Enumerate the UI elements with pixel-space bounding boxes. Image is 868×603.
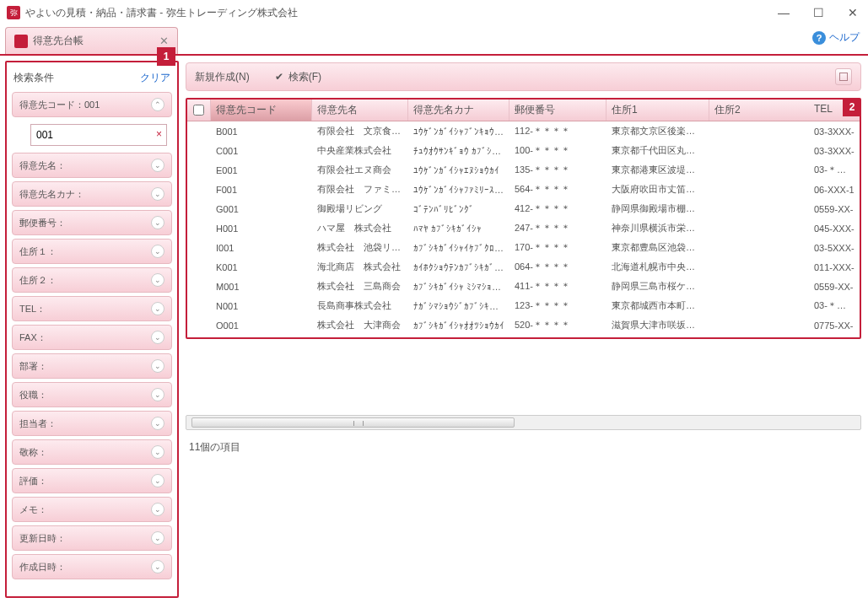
- chevron-down-icon[interactable]: [151, 273, 164, 287]
- chevron-down-icon[interactable]: [151, 159, 164, 172]
- table-row[interactable]: M001株式会社 三島商会ｶﾌﾞｼｷｶﾞｲｼｬ ﾐｼﾏｼｮ…411-＊＊＊＊静岡…: [187, 277, 860, 296]
- table-row[interactable]: I001株式会社 池袋リ…ｶﾌﾞｼｷｶﾞｲｼｬｲｹﾌﾞｸﾛ…170-＊＊＊＊東京…: [187, 238, 860, 257]
- cell-kana: ｶｲﾎｸｼｮｳﾃﾝｶﾌﾞｼｷｶﾞ…: [408, 262, 509, 272]
- close-button[interactable]: ✕: [844, 6, 861, 19]
- clear-button[interactable]: クリア: [140, 71, 170, 85]
- cell-name: 株式会社 三島商会: [312, 280, 408, 293]
- cell-tel: 03-5XXX-: [809, 243, 860, 253]
- table-row[interactable]: C001中央産業株式会社ﾁｭｳｵｳｻﾝｷﾞｮｳ ｶﾌﾞｼ…100-＊＊＊＊東京都…: [187, 141, 860, 160]
- field-label: 作成日時：: [19, 561, 66, 573]
- search-check-icon: ✔: [275, 71, 283, 83]
- col-addr1[interactable]: 住所1: [607, 100, 709, 121]
- table-row[interactable]: N001長島商事株式会社ﾅｶﾞｼﾏｼｮｳｼﾞｶﾌﾞｼｷ…123-＊＊＊＊東京都城…: [187, 296, 860, 315]
- chevron-up-icon[interactable]: [151, 98, 164, 111]
- col-addr2[interactable]: 住所2: [709, 100, 809, 121]
- grid-settings-button[interactable]: [835, 68, 852, 85]
- cell-kana: ｶﾌﾞｼｷｶﾞｲｼｬｲｹﾌﾞｸﾛ…: [408, 243, 509, 253]
- chevron-down-icon[interactable]: [151, 503, 164, 516]
- table-row[interactable]: F001有限会社 ファミ…ﾕｳｹﾞﾝｶﾞｲｼｬﾌｧﾐﾘｰｽ…564-＊＊＊＊大阪…: [187, 180, 860, 199]
- field-4[interactable]: 住所２：: [12, 267, 172, 293]
- cell-kana: ｶﾌﾞｼｷｶﾞｲｼｬｵｵﾂｼｮｳｶｲ: [408, 320, 509, 331]
- field-label: 住所１：: [19, 245, 57, 258]
- chevron-down-icon[interactable]: [151, 560, 164, 573]
- cell-postal: 112-＊＊＊＊: [509, 125, 607, 137]
- field-8[interactable]: 役職：: [12, 382, 172, 407]
- chevron-down-icon[interactable]: [151, 331, 164, 344]
- field-label: 担当者：: [19, 417, 57, 430]
- col-postal[interactable]: 郵便番号: [509, 100, 607, 121]
- cell-name: 有限会社 ファミ…: [312, 183, 408, 196]
- chevron-down-icon[interactable]: [151, 417, 164, 430]
- chevron-down-icon[interactable]: [151, 359, 164, 373]
- help-icon: ?: [812, 31, 826, 45]
- field-14[interactable]: 作成日時：: [12, 554, 172, 579]
- cell-code: M001: [211, 282, 312, 292]
- col-checkbox[interactable]: [187, 100, 211, 121]
- cell-kana: ﾁｭｳｵｳｻﾝｷﾞｮｳ ｶﾌﾞｼ…: [408, 146, 509, 156]
- search-sidebar: 検索条件 クリア 得意先コード：001 × 得意先名：得意先名カナ：郵便番号：住…: [5, 61, 179, 598]
- chevron-down-icon[interactable]: [151, 531, 164, 545]
- col-name[interactable]: 得意先名: [312, 100, 408, 121]
- cell-kana: ﾅｶﾞｼﾏｼｮｳｼﾞｶﾌﾞｼｷ…: [408, 301, 509, 311]
- chevron-down-icon[interactable]: [151, 216, 164, 229]
- grid-header: 得意先コード 得意先名 得意先名カナ 郵便番号 住所1 住所2 TEL: [187, 100, 860, 121]
- customer-code-input[interactable]: [30, 124, 167, 146]
- field-7[interactable]: 部署：: [12, 353, 172, 379]
- chevron-down-icon[interactable]: [151, 388, 164, 401]
- col-code[interactable]: 得意先コード: [211, 100, 312, 121]
- table-row[interactable]: G001御殿場リビングｺﾞﾃﾝﾊﾞﾘﾋﾞﾝｸﾞ412-＊＊＊＊静岡県御殿場市棚……: [187, 199, 860, 218]
- tab-customer-ledger[interactable]: 得意先台帳 ✕: [5, 27, 178, 54]
- field-12[interactable]: メモ：: [12, 497, 172, 522]
- annotation-1: 1: [157, 47, 175, 66]
- cell-name: 株式会社 大津商会: [312, 319, 408, 331]
- maximize-button[interactable]: ☐: [810, 6, 828, 19]
- chevron-down-icon[interactable]: [151, 245, 164, 258]
- chevron-down-icon[interactable]: [151, 187, 164, 201]
- field-10[interactable]: 敬称：: [12, 439, 172, 465]
- search-button[interactable]: 検索(F): [288, 70, 321, 84]
- chevron-down-icon[interactable]: [151, 302, 164, 315]
- toolbar: 新規作成(N) ✔ 検索(F): [186, 62, 861, 91]
- field-13[interactable]: 更新日時：: [12, 525, 172, 551]
- horizontal-scrollbar[interactable]: [186, 415, 861, 430]
- cell-postal: 520-＊＊＊＊: [509, 319, 607, 331]
- customer-grid: 2 得意先コード 得意先名 得意先名カナ 郵便番号 住所1 住所2 TEL B0…: [186, 98, 861, 339]
- select-all-checkbox[interactable]: [193, 105, 204, 116]
- table-row[interactable]: E001有限会社エヌ商会ﾕｳｹﾞﾝｶﾞｲｼｬｴﾇｼｮｳｶｲ135-＊＊＊＊東京都…: [187, 160, 860, 180]
- col-kana[interactable]: 得意先名カナ: [408, 100, 509, 121]
- cell-postal: 564-＊＊＊＊: [509, 183, 607, 196]
- field-0[interactable]: 得意先名：: [12, 153, 172, 178]
- table-row[interactable]: H001ハマ屋 株式会社ﾊﾏﾔ ｶﾌﾞｼｷｶﾞｲｼｬ247-＊＊＊＊神奈川県横浜…: [187, 218, 860, 238]
- cell-name: 有限会社 文京食…: [312, 125, 408, 137]
- cell-addr1: 神奈川県横浜市栄…: [607, 222, 709, 234]
- chevron-down-icon[interactable]: [151, 445, 164, 459]
- window-title: やよいの見積・納品・請求書 - 弥生トレーディング株式会社: [25, 6, 774, 20]
- field-9[interactable]: 担当者：: [12, 411, 172, 436]
- new-button[interactable]: 新規作成(N): [195, 70, 250, 84]
- cell-tel: 045-XXX-: [809, 223, 860, 234]
- tab-bar: 得意先台帳 ✕: [0, 25, 868, 56]
- table-row[interactable]: O001株式会社 大津商会ｶﾌﾞｼｷｶﾞｲｼｬｵｵﾂｼｮｳｶｲ520-＊＊＊＊滋…: [187, 315, 860, 335]
- field-2[interactable]: 郵便番号：: [12, 210, 172, 235]
- cell-addr1: 滋賀県大津市咲坂…: [607, 319, 709, 331]
- scroll-thumb[interactable]: [191, 417, 515, 428]
- field-5[interactable]: TEL：: [12, 296, 172, 321]
- input-clear-icon[interactable]: ×: [156, 128, 162, 140]
- field-11[interactable]: 評価：: [12, 468, 172, 493]
- field-6[interactable]: FAX：: [12, 325, 172, 350]
- chevron-down-icon[interactable]: [151, 474, 164, 487]
- table-row[interactable]: B001有限会社 文京食…ﾕｳｹﾞﾝｶﾞｲｼｬﾌﾞﾝｷｮｳ…112-＊＊＊＊東京…: [187, 121, 860, 141]
- cell-postal: 247-＊＊＊＊: [509, 222, 607, 234]
- field-customer-code[interactable]: 得意先コード：001: [12, 92, 172, 117]
- field-label: 郵便番号：: [19, 217, 66, 229]
- cell-kana: ﾊﾏﾔ ｶﾌﾞｼｷｶﾞｲｼｬ: [408, 223, 509, 234]
- minimize-button[interactable]: —: [774, 6, 793, 19]
- cell-kana: ｶﾌﾞｼｷｶﾞｲｼｬ ﾐｼﾏｼｮ…: [408, 282, 509, 292]
- field-3[interactable]: 住所１：: [12, 239, 172, 264]
- help-link[interactable]: ? ヘルプ: [812, 30, 860, 45]
- cell-code: I001: [211, 243, 312, 253]
- cell-addr1: 東京都豊島区池袋…: [607, 241, 709, 254]
- field-1[interactable]: 得意先名カナ：: [12, 181, 172, 207]
- table-row[interactable]: K001海北商店 株式会社ｶｲﾎｸｼｮｳﾃﾝｶﾌﾞｼｷｶﾞ…064-＊＊＊＊北海…: [187, 257, 860, 277]
- tab-close-icon[interactable]: ✕: [159, 35, 169, 47]
